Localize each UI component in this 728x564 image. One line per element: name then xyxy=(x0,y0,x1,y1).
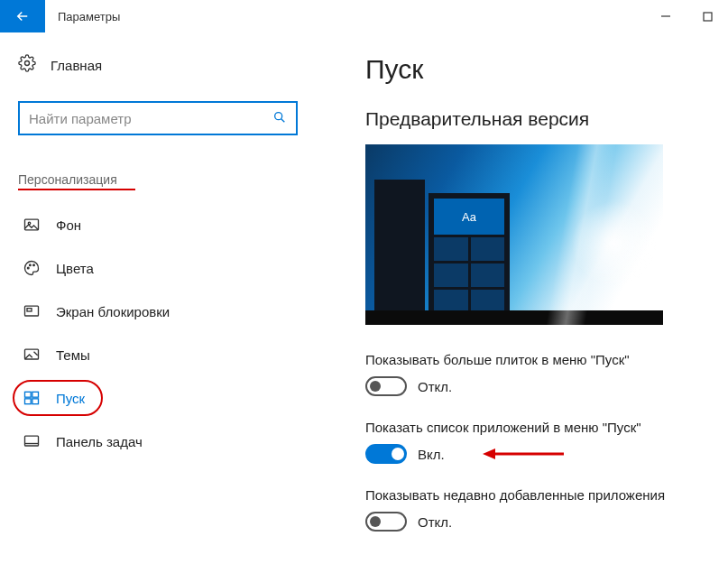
svg-point-3 xyxy=(275,112,282,119)
sidebar-home[interactable]: Главная xyxy=(18,54,289,76)
lockscreen-icon xyxy=(22,302,41,320)
toggle-state: Откл. xyxy=(418,379,452,394)
svg-marker-20 xyxy=(483,448,495,459)
search-icon xyxy=(272,110,287,127)
section-header: Персонализация xyxy=(18,172,117,187)
sidebar-item-label: Панель задач xyxy=(56,434,143,449)
toggle-recent-apps[interactable] xyxy=(365,512,407,532)
minimize-button[interactable] xyxy=(645,0,687,32)
sidebar-item-label: Темы xyxy=(56,347,90,363)
toggle-app-list[interactable] xyxy=(365,444,407,464)
setting-more-tiles: Показывать больше плиток в меню "Пуск" О… xyxy=(365,352,701,396)
arrow-left-icon xyxy=(14,8,31,24)
sidebar-item-background[interactable]: Фон xyxy=(18,203,289,246)
svg-point-2 xyxy=(25,61,30,66)
sidebar-item-taskbar[interactable]: Панель задач xyxy=(18,420,289,463)
sidebar-home-label: Главная xyxy=(51,58,102,73)
svg-point-7 xyxy=(27,267,29,269)
preview-heading: Предварительная версия xyxy=(365,108,701,130)
svg-rect-11 xyxy=(27,309,32,311)
annotation-arrow xyxy=(483,446,564,463)
page-heading: Пуск xyxy=(365,54,701,85)
setting-app-list: Показать список приложений в меню "Пуск"… xyxy=(365,420,701,464)
back-button[interactable] xyxy=(0,0,45,32)
setting-label: Показывать недавно добавленные приложени… xyxy=(365,487,701,503)
setting-label: Показать список приложений в меню "Пуск" xyxy=(365,420,701,435)
svg-rect-1 xyxy=(704,13,712,21)
sidebar-item-colors[interactable]: Цвета xyxy=(18,246,289,290)
picture-icon xyxy=(22,216,41,234)
title-bar: Параметры xyxy=(0,0,728,32)
start-icon xyxy=(22,389,41,407)
sidebar-item-label: Фон xyxy=(56,217,81,233)
setting-label: Показывать больше плиток в меню "Пуск" xyxy=(365,352,701,367)
preview-start-menu xyxy=(374,180,425,310)
svg-rect-15 xyxy=(25,399,32,404)
minimize-icon xyxy=(660,11,671,22)
gear-icon xyxy=(18,54,36,76)
svg-rect-13 xyxy=(25,392,32,397)
toggle-more-tiles[interactable] xyxy=(365,376,407,396)
sidebar-item-label: Цвета xyxy=(56,261,94,276)
search-input[interactable] xyxy=(29,111,272,126)
maximize-icon xyxy=(703,12,713,22)
annotation-underline xyxy=(18,189,135,190)
preview-tile-aa: Aa xyxy=(434,199,504,235)
setting-recent-apps: Показывать недавно добавленные приложени… xyxy=(365,487,701,532)
svg-rect-17 xyxy=(25,436,39,446)
sidebar-item-themes[interactable]: Темы xyxy=(18,333,289,376)
svg-point-9 xyxy=(33,264,35,266)
sidebar-item-start[interactable]: Пуск xyxy=(18,376,289,420)
toggle-state: Откл. xyxy=(418,514,452,530)
svg-line-4 xyxy=(281,118,285,122)
preview-tiles: Aa xyxy=(429,193,510,310)
svg-point-8 xyxy=(30,264,32,266)
sidebar-item-lockscreen[interactable]: Экран блокировки xyxy=(18,290,289,333)
main-panel: Пуск Предварительная версия Aa Показыват… xyxy=(307,32,728,564)
svg-rect-16 xyxy=(32,399,39,404)
toggle-state: Вкл. xyxy=(418,447,445,462)
preview-taskbar xyxy=(365,310,663,325)
svg-rect-14 xyxy=(32,392,39,397)
start-preview: Aa xyxy=(365,144,663,325)
themes-icon xyxy=(22,346,41,364)
search-box[interactable] xyxy=(18,101,298,135)
window-title: Параметры xyxy=(45,0,645,32)
maximize-button[interactable] xyxy=(687,0,728,32)
taskbar-icon xyxy=(22,432,41,450)
sidebar: Главная Персонализация Фон Цвета Экран б… xyxy=(0,32,307,564)
sidebar-item-label: Пуск xyxy=(56,391,85,406)
palette-icon xyxy=(22,259,41,277)
sidebar-item-label: Экран блокировки xyxy=(56,304,170,319)
